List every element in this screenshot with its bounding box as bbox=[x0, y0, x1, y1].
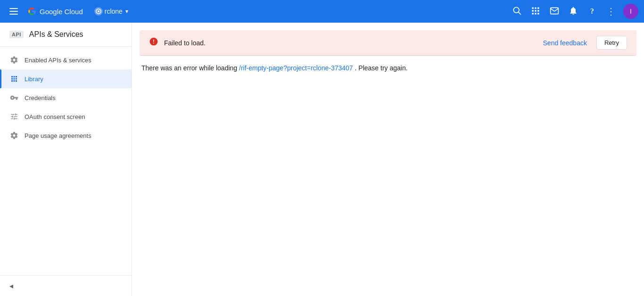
oauth-icon bbox=[9, 112, 19, 121]
apps-grid-icon bbox=[531, 6, 540, 17]
help-button[interactable]: ? bbox=[584, 3, 601, 20]
search-icon bbox=[512, 6, 521, 17]
avatar[interactable]: I bbox=[623, 4, 638, 19]
help-icon: ? bbox=[590, 7, 594, 16]
project-name: rclone bbox=[105, 8, 123, 15]
svg-rect-9 bbox=[537, 10, 539, 11]
sidebar-nav: Enabled APIs & services Library Credenti… bbox=[0, 47, 132, 275]
apps-button[interactable] bbox=[527, 3, 544, 20]
avatar-initial: I bbox=[630, 8, 632, 15]
svg-point-1 bbox=[98, 10, 99, 12]
sidebar-item-credentials[interactable]: Credentials bbox=[0, 88, 132, 107]
topbar-actions: ? ⋮ I bbox=[508, 3, 638, 20]
notifications-button[interactable] bbox=[565, 3, 582, 20]
retry-button[interactable]: Retry bbox=[596, 36, 627, 50]
send-feedback-link[interactable]: Send feedback bbox=[543, 39, 587, 47]
error-detail-link[interactable]: /rif-empty-page?project=rclone-373407 bbox=[239, 64, 353, 72]
more-button[interactable]: ⋮ bbox=[603, 3, 619, 20]
key-icon bbox=[9, 93, 19, 102]
library-grid-icon bbox=[9, 74, 19, 84]
app-name-text: Google Cloud bbox=[40, 8, 83, 16]
svg-rect-4 bbox=[532, 7, 534, 8]
menu-button[interactable] bbox=[6, 4, 22, 18]
sidebar-item-page-usage[interactable]: Page usage agreements bbox=[0, 126, 132, 145]
sidebar-item-page-usage-label: Page usage agreements bbox=[25, 132, 91, 139]
error-detail-suffix: . Please try again. bbox=[355, 64, 408, 72]
dropdown-arrow-icon: ▾ bbox=[125, 8, 128, 15]
error-circle-icon bbox=[149, 37, 158, 49]
error-message-text: Failed to load. bbox=[164, 39, 537, 47]
error-detail: There was an error while loading /rif-em… bbox=[132, 56, 644, 81]
main-content: Failed to load. Send feedback Retry Ther… bbox=[132, 23, 644, 296]
more-dots-icon: ⋮ bbox=[606, 7, 616, 16]
sidebar-item-credentials-label: Credentials bbox=[25, 94, 56, 101]
sidebar-item-library[interactable]: Library bbox=[0, 69, 132, 88]
svg-rect-8 bbox=[535, 10, 536, 11]
svg-rect-11 bbox=[535, 13, 536, 14]
svg-rect-10 bbox=[532, 13, 534, 14]
error-banner: Failed to load. Send feedback Retry bbox=[140, 30, 636, 56]
api-badge: API bbox=[9, 31, 24, 38]
bell-icon bbox=[569, 6, 578, 17]
search-button[interactable] bbox=[508, 3, 525, 20]
svg-line-3 bbox=[519, 12, 521, 14]
svg-rect-6 bbox=[537, 7, 539, 8]
sidebar: API APIs & Services Enabled APIs & servi… bbox=[0, 23, 132, 296]
google-cloud-logo: Google Cloud bbox=[27, 7, 83, 16]
sidebar-title: APIs & Services bbox=[29, 30, 83, 39]
sidebar-item-oauth[interactable]: OAuth consent screen bbox=[0, 107, 132, 126]
error-detail-prefix: There was an error while loading bbox=[141, 64, 237, 72]
svg-rect-5 bbox=[535, 7, 536, 8]
sidebar-item-oauth-label: OAuth consent screen bbox=[25, 113, 85, 120]
project-selector[interactable]: rclone ▾ bbox=[91, 5, 132, 17]
collapse-sidebar-button[interactable]: ◂ bbox=[0, 275, 132, 296]
email-button[interactable] bbox=[546, 3, 563, 20]
sidebar-item-enabled-apis-label: Enabled APIs & services bbox=[25, 57, 91, 64]
svg-rect-12 bbox=[537, 13, 539, 14]
collapse-icon: ◂ bbox=[9, 281, 13, 290]
project-icon bbox=[94, 7, 103, 16]
gear-icon bbox=[9, 55, 19, 65]
page-usage-icon bbox=[9, 131, 19, 140]
sidebar-item-library-label: Library bbox=[25, 76, 43, 83]
main-layout: API APIs & Services Enabled APIs & servi… bbox=[0, 23, 644, 296]
topbar: Google Cloud rclone ▾ bbox=[0, 0, 644, 23]
svg-rect-7 bbox=[532, 10, 534, 11]
sidebar-item-enabled-apis[interactable]: Enabled APIs & services bbox=[0, 51, 132, 69]
sidebar-header: API APIs & Services bbox=[0, 23, 132, 47]
email-icon bbox=[550, 6, 559, 17]
